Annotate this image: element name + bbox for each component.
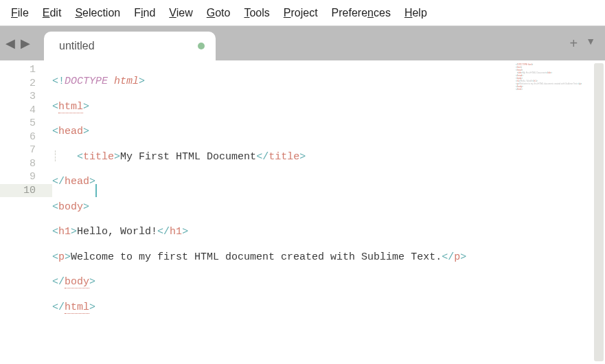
menu-bar: File Edit Selection Find View Goto Tools… bbox=[0, 0, 605, 26]
code-line: </html> bbox=[52, 301, 605, 315]
back-arrow-icon[interactable]: ◀ bbox=[5, 36, 15, 51]
menu-selection[interactable]: Selection bbox=[68, 3, 127, 23]
line-number[interactable]: 9 bbox=[0, 170, 52, 184]
menu-tools[interactable]: Tools bbox=[237, 3, 276, 23]
editor-area: 1 2 3 4 5 6 7 8 9 10 <!DOCTYPE html> <ht… bbox=[0, 60, 605, 364]
tab-dropdown-icon[interactable]: ▼ bbox=[586, 36, 595, 52]
forward-arrow-icon[interactable]: ▶ bbox=[21, 36, 30, 51]
code-line: <head> bbox=[52, 125, 605, 139]
history-arrows: ◀ ▶ bbox=[5, 36, 30, 51]
menu-file[interactable]: File bbox=[4, 3, 36, 23]
menu-goto[interactable]: Goto bbox=[200, 3, 238, 23]
vertical-scrollbar[interactable] bbox=[594, 63, 604, 361]
line-number[interactable]: 10 bbox=[0, 184, 52, 198]
code-line: ┊ <title>My First HTML Document</title> bbox=[52, 150, 605, 164]
menu-preferences[interactable]: Preferences bbox=[325, 3, 398, 23]
menu-edit[interactable]: Edit bbox=[36, 3, 69, 23]
minimap[interactable]: <!DOCTYPE html> <html> <head> <title>My … bbox=[516, 63, 591, 110]
line-number[interactable]: 5 bbox=[0, 117, 52, 130]
menu-view[interactable]: View bbox=[162, 3, 199, 23]
menu-find[interactable]: Find bbox=[127, 3, 162, 23]
code-line: <body> bbox=[52, 201, 605, 214]
line-number[interactable]: 8 bbox=[0, 157, 52, 171]
tab-title: untitled bbox=[59, 40, 95, 52]
line-number-gutter: 1 2 3 4 5 6 7 8 9 10 bbox=[0, 60, 52, 364]
line-number[interactable]: 7 bbox=[0, 144, 52, 157]
new-tab-icon[interactable]: + bbox=[569, 36, 578, 52]
file-tab[interactable]: untitled bbox=[44, 32, 216, 60]
text-cursor bbox=[95, 184, 97, 197]
dirty-indicator-icon bbox=[198, 43, 205, 49]
tab-bar: ◀ ▶ untitled + ▼ bbox=[0, 26, 605, 60]
line-number[interactable]: 4 bbox=[0, 104, 52, 117]
code-line: <p>Welcome to my first HTML document cre… bbox=[52, 251, 605, 264]
scrollbar-thumb[interactable] bbox=[594, 63, 604, 361]
line-number[interactable]: 2 bbox=[0, 77, 52, 91]
code-line: </body> bbox=[52, 275, 605, 289]
menu-project[interactable]: Project bbox=[277, 3, 325, 23]
tabbar-right-icons: + ▼ bbox=[569, 36, 595, 52]
code-line: </head> bbox=[52, 175, 605, 189]
code-line: <h1>Hello, World!</h1> bbox=[52, 225, 605, 239]
menu-help[interactable]: Help bbox=[398, 3, 434, 23]
line-number[interactable]: 1 bbox=[0, 63, 52, 77]
line-number[interactable]: 6 bbox=[0, 130, 52, 144]
line-number[interactable]: 3 bbox=[0, 90, 52, 104]
